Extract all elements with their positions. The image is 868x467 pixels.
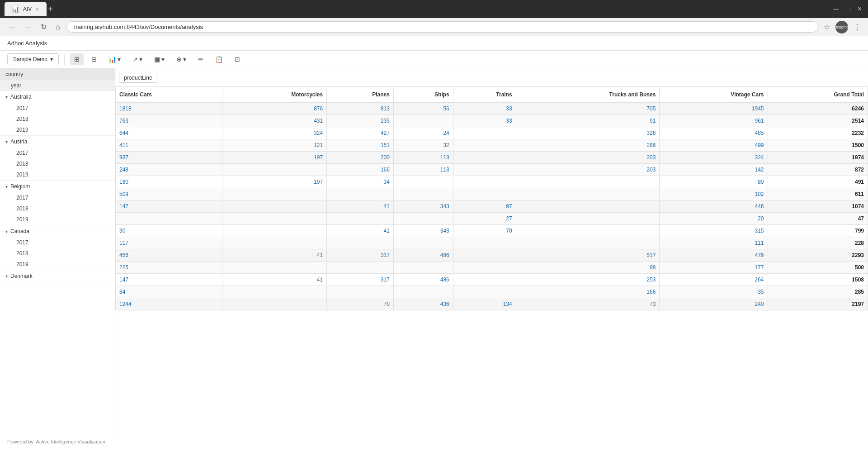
sidebar-group-header: country [0, 68, 115, 80]
table-row: 304134370315799 [116, 225, 868, 237]
product-line-filter-tag[interactable]: productLine [119, 73, 157, 83]
table-container[interactable]: productLine Classic Cars Motorcycles Pla… [115, 68, 868, 436]
sidebar-item-austria[interactable]: ▾ Austria [0, 136, 115, 148]
maximize-btn[interactable]: □ [844, 3, 852, 15]
options-button[interactable]: ⊕ ▾ [172, 53, 190, 65]
home-button[interactable]: ⌂ [53, 21, 63, 33]
table-cell: 113 [393, 152, 453, 164]
browser-controls: ← → ↻ ⌂ ☆ Incognito ⋮ [0, 18, 868, 36]
table-cell: 264 [660, 274, 768, 286]
crosstab-view-button[interactable]: ⊟ [87, 53, 101, 65]
table-cell [327, 213, 394, 225]
table-cell: 134 [453, 298, 516, 310]
bookmark-button[interactable]: ☆ [822, 21, 832, 33]
table-cell: 197 [222, 152, 327, 164]
table-cell: 509 [116, 188, 222, 200]
sidebar-year-canada-2019[interactable]: 2019 [0, 259, 115, 270]
table-cell: 27 [453, 213, 516, 225]
sample-demo-label: Sample Demo [13, 56, 47, 62]
table-row: 411121151322864991500 [116, 139, 868, 152]
sidebar-year-austria-2019[interactable]: 2019 [0, 169, 115, 180]
table-cell [453, 139, 516, 152]
table-cell: 151 [327, 139, 394, 152]
table-cell [453, 249, 516, 262]
table-cell: 286 [516, 139, 660, 152]
table-cell: 70 [453, 225, 516, 237]
sidebar-country-label: Australia [10, 94, 32, 100]
sidebar-year-austria-2018[interactable]: 2018 [0, 158, 115, 169]
sidebar-year-australia-2019[interactable]: 2019 [0, 124, 115, 135]
annotate-button[interactable]: ✏ [194, 53, 208, 65]
table-cell [116, 213, 222, 225]
address-bar[interactable] [66, 21, 818, 33]
table-cell: 343 [393, 200, 453, 213]
tab-close-btn[interactable]: × [35, 5, 39, 13]
sidebar-group-austria: ▾ Austria 2017 2018 2019 [0, 136, 115, 181]
table-cell: 177 [660, 262, 768, 274]
sample-demo-button[interactable]: Sample Demo ▾ [7, 53, 59, 65]
table-cell [222, 262, 327, 274]
table-cell: 961 [660, 115, 768, 127]
table-cell: 33 [453, 115, 516, 127]
table-cell [222, 164, 327, 176]
sidebar-item-canada[interactable]: ▾ Canada [0, 225, 115, 237]
back-button[interactable]: ← [5, 21, 18, 33]
table-cell [516, 213, 660, 225]
refresh-button[interactable]: ↻ [38, 21, 49, 33]
menu-button[interactable]: ⋮ [852, 21, 863, 33]
table-cell: 32 [393, 139, 453, 152]
minimize-btn[interactable]: ─ [832, 3, 840, 15]
table-cell: 147 [116, 200, 222, 213]
table-cell [393, 188, 453, 200]
sidebar-year-austria-2017[interactable]: 2017 [0, 148, 115, 158]
table-cell: 763 [116, 115, 222, 127]
table-view-button[interactable]: ⊞ [70, 53, 84, 65]
sidebar-group-canada: ▾ Canada 2017 2018 2019 [0, 225, 115, 270]
sidebar-item-australia[interactable]: ▾ Australia [0, 91, 115, 103]
sidebar-year-canada-2018[interactable]: 2018 [0, 248, 115, 259]
sidebar-year-belgium-2019[interactable]: 2019 [0, 214, 115, 225]
options-dropdown-icon: ▾ [183, 56, 186, 63]
active-tab[interactable]: 📊 AIV × [5, 2, 47, 16]
table-cell: 491 [768, 176, 868, 188]
layout-button[interactable]: ▦ ▾ [150, 53, 169, 65]
col-header-grand-total: Grand Total [768, 87, 868, 103]
table-cell: 343 [393, 225, 453, 237]
sidebar-year-australia-2018[interactable]: 2018 [0, 114, 115, 124]
sidebar-year-belgium-2017[interactable]: 2017 [0, 192, 115, 203]
forward-button[interactable]: → [22, 21, 34, 33]
sidebar-country-label: Austria [10, 138, 27, 145]
table-cell [393, 213, 453, 225]
share-button[interactable]: ⊡ [231, 53, 244, 65]
col-header-motorcycles: Motorcycles [222, 87, 327, 103]
sidebar-item-denmark[interactable]: ▾ Denmark [0, 270, 115, 282]
incognito-label: Incognito [834, 25, 850, 29]
table-cell [453, 274, 516, 286]
main-content: country year ▾ Australia 2017 2018 2019 … [0, 68, 868, 436]
table-cell: 500 [768, 262, 868, 274]
table-row: 272047 [116, 213, 868, 225]
chart-button[interactable]: 📊 ▾ [104, 53, 125, 65]
export-button[interactable]: ↗ ▾ [128, 53, 146, 65]
table-cell: 317 [327, 249, 394, 262]
new-tab-button[interactable]: + [48, 5, 53, 14]
table-cell: 411 [116, 139, 222, 152]
sidebar-year-belgium-2018[interactable]: 2018 [0, 203, 115, 214]
edit-button[interactable]: 📋 [211, 53, 227, 65]
chart-dropdown-icon: ▾ [118, 56, 121, 63]
table-cell: 117 [116, 237, 222, 249]
sidebar-year-canada-2017[interactable]: 2017 [0, 237, 115, 248]
tab-title: AIV [23, 6, 32, 12]
col-header-planes: Planes [327, 87, 394, 103]
sample-demo-dropdown-icon: ▾ [50, 56, 53, 62]
sidebar-item-belgium[interactable]: ▾ Belgium [0, 181, 115, 192]
table-row: 8416635285 [116, 286, 868, 298]
tab-favicon: 📊 [12, 5, 19, 13]
close-btn[interactable]: × [856, 3, 863, 15]
table-cell [453, 152, 516, 164]
sidebar-year-australia-2017[interactable]: 2017 [0, 103, 115, 114]
footer-text: Powered by: Active Intelligence Visualiz… [7, 439, 105, 444]
table-cell: 34 [327, 176, 394, 188]
sidebar-group-belgium: ▾ Belgium 2017 2018 2019 [0, 181, 115, 225]
table-cell [222, 286, 327, 298]
